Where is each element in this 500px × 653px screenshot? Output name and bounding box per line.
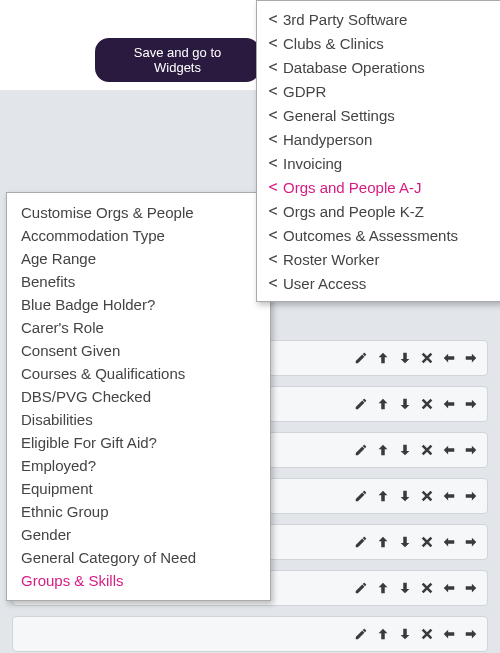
chevron-left-icon: < [267, 82, 279, 100]
left-menu-item[interactable]: Courses & Qualifications [7, 362, 270, 385]
arrow-left-icon[interactable] [441, 534, 457, 550]
arrow-down-icon[interactable] [397, 488, 413, 504]
right-menu-item[interactable]: <GDPR [257, 79, 500, 103]
pencil-icon[interactable] [353, 442, 369, 458]
right-menu-item[interactable]: <Orgs and People A-J [257, 175, 500, 199]
arrow-up-icon[interactable] [375, 350, 391, 366]
arrow-left-icon[interactable] [441, 350, 457, 366]
arrow-up-icon[interactable] [375, 626, 391, 642]
arrow-right-icon[interactable] [463, 350, 479, 366]
right-menu-item-label: General Settings [283, 107, 395, 124]
chevron-left-icon: < [267, 178, 279, 196]
settings-row [12, 616, 488, 652]
arrow-right-icon[interactable] [463, 626, 479, 642]
left-menu-item[interactable]: Ethnic Group [7, 500, 270, 523]
close-icon[interactable] [419, 580, 435, 596]
left-menu-item[interactable]: Gender [7, 523, 270, 546]
arrow-up-icon[interactable] [375, 442, 391, 458]
arrow-right-icon[interactable] [463, 442, 479, 458]
pencil-icon[interactable] [353, 350, 369, 366]
row-actions [353, 626, 479, 642]
right-menu-item-label: GDPR [283, 83, 326, 100]
row-actions [353, 396, 479, 412]
right-menu-item[interactable]: <Invoicing [257, 151, 500, 175]
right-menu-item[interactable]: <Handyperson [257, 127, 500, 151]
pencil-icon[interactable] [353, 396, 369, 412]
arrow-down-icon[interactable] [397, 534, 413, 550]
right-dropdown-menu[interactable]: <3rd Party Software<Clubs & Clinics<Data… [256, 0, 500, 302]
left-menu-item[interactable]: Customise Orgs & People [7, 201, 270, 224]
arrow-right-icon[interactable] [463, 488, 479, 504]
arrow-up-icon[interactable] [375, 488, 391, 504]
pencil-icon[interactable] [353, 488, 369, 504]
right-menu-item-label: Outcomes & Assessments [283, 227, 458, 244]
right-menu-item-label: Orgs and People K-Z [283, 203, 424, 220]
arrow-down-icon[interactable] [397, 442, 413, 458]
row-actions [353, 534, 479, 550]
chevron-left-icon: < [267, 106, 279, 124]
left-menu-item[interactable]: Blue Badge Holder? [7, 293, 270, 316]
arrow-left-icon[interactable] [441, 626, 457, 642]
right-menu-item[interactable]: <Orgs and People K-Z [257, 199, 500, 223]
left-menu-item[interactable]: Consent Given [7, 339, 270, 362]
right-menu-item[interactable]: <General Settings [257, 103, 500, 127]
right-menu-item[interactable]: <Roster Worker [257, 247, 500, 271]
right-menu-item[interactable]: <3rd Party Software [257, 7, 500, 31]
right-menu-item-label: Roster Worker [283, 251, 379, 268]
left-menu-item[interactable]: DBS/PVG Checked [7, 385, 270, 408]
arrow-right-icon[interactable] [463, 580, 479, 596]
chevron-left-icon: < [267, 10, 279, 28]
left-menu-item[interactable]: Carer's Role [7, 316, 270, 339]
chevron-left-icon: < [267, 154, 279, 172]
arrow-down-icon[interactable] [397, 580, 413, 596]
arrow-left-icon[interactable] [441, 488, 457, 504]
close-icon[interactable] [419, 350, 435, 366]
right-menu-item-label: Invoicing [283, 155, 342, 172]
chevron-left-icon: < [267, 58, 279, 76]
left-menu-item[interactable]: Accommodation Type [7, 224, 270, 247]
arrow-down-icon[interactable] [397, 626, 413, 642]
right-menu-item-label: Handyperson [283, 131, 372, 148]
arrow-left-icon[interactable] [441, 396, 457, 412]
right-menu-item-label: 3rd Party Software [283, 11, 407, 28]
pencil-icon[interactable] [353, 580, 369, 596]
pencil-icon[interactable] [353, 534, 369, 550]
right-menu-item-label: Clubs & Clinics [283, 35, 384, 52]
chevron-left-icon: < [267, 274, 279, 292]
left-menu-item[interactable]: Age Range [7, 247, 270, 270]
save-go-widgets-button[interactable]: Save and go to Widgets [95, 38, 260, 82]
right-menu-item-label: Database Operations [283, 59, 425, 76]
right-menu-item-label: Orgs and People A-J [283, 179, 421, 196]
left-menu-item[interactable]: Eligible For Gift Aid? [7, 431, 270, 454]
left-dropdown-menu[interactable]: Customise Orgs & PeopleAccommodation Typ… [6, 192, 271, 601]
arrow-left-icon[interactable] [441, 442, 457, 458]
close-icon[interactable] [419, 626, 435, 642]
pencil-icon[interactable] [353, 626, 369, 642]
close-icon[interactable] [419, 442, 435, 458]
right-menu-item-label: User Access [283, 275, 366, 292]
left-menu-item[interactable]: General Category of Need [7, 546, 270, 569]
right-menu-item[interactable]: <Clubs & Clinics [257, 31, 500, 55]
right-menu-item[interactable]: <Database Operations [257, 55, 500, 79]
right-menu-item[interactable]: <Outcomes & Assessments [257, 223, 500, 247]
left-menu-item[interactable]: Groups & Skills [7, 569, 270, 592]
arrow-up-icon[interactable] [375, 534, 391, 550]
arrow-up-icon[interactable] [375, 396, 391, 412]
close-icon[interactable] [419, 488, 435, 504]
chevron-left-icon: < [267, 130, 279, 148]
chevron-left-icon: < [267, 34, 279, 52]
chevron-left-icon: < [267, 226, 279, 244]
close-icon[interactable] [419, 534, 435, 550]
left-menu-item[interactable]: Employed? [7, 454, 270, 477]
arrow-down-icon[interactable] [397, 396, 413, 412]
close-icon[interactable] [419, 396, 435, 412]
left-menu-item[interactable]: Equipment [7, 477, 270, 500]
left-menu-item[interactable]: Disabilities [7, 408, 270, 431]
arrow-right-icon[interactable] [463, 396, 479, 412]
arrow-left-icon[interactable] [441, 580, 457, 596]
arrow-right-icon[interactable] [463, 534, 479, 550]
right-menu-item[interactable]: <User Access [257, 271, 500, 295]
left-menu-item[interactable]: Benefits [7, 270, 270, 293]
arrow-up-icon[interactable] [375, 580, 391, 596]
arrow-down-icon[interactable] [397, 350, 413, 366]
